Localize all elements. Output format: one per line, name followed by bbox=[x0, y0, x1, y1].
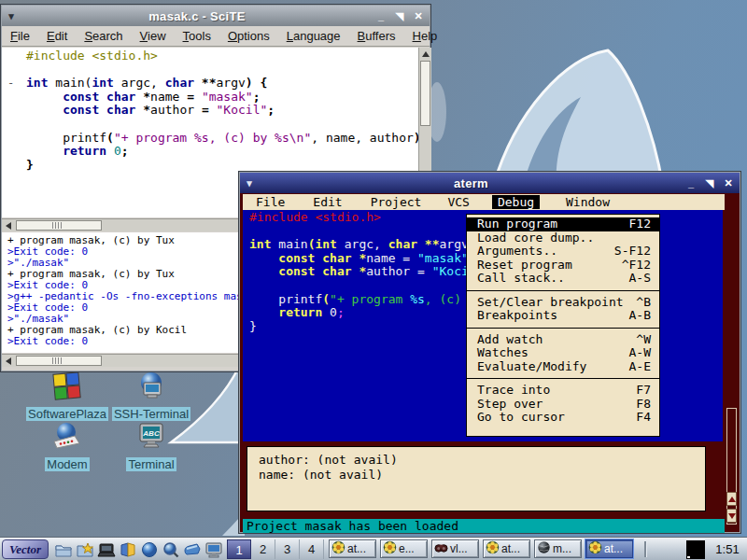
scite-menu-tools[interactable]: Tools bbox=[175, 29, 219, 43]
minimize-icon[interactable]: _ bbox=[684, 177, 698, 189]
rhide-menu-debug[interactable]: Debug bbox=[492, 195, 540, 209]
desktop-icon-terminal[interactable]: ABCTerminal bbox=[100, 422, 203, 471]
flower-icon bbox=[383, 540, 397, 557]
menu-item-shortcut: F8 bbox=[636, 398, 651, 412]
scite-menu-edit[interactable]: Edit bbox=[38, 29, 76, 43]
workspace-button-1[interactable]: 1 bbox=[227, 539, 251, 559]
minimize-icon[interactable]: _ bbox=[374, 10, 388, 22]
launcher-computer-icon[interactable] bbox=[96, 539, 117, 559]
workspace-button-4[interactable]: 4 bbox=[300, 539, 324, 559]
flower-icon bbox=[588, 540, 602, 557]
scrollbar-thumb[interactable] bbox=[726, 408, 737, 525]
menu-item-label: Set/Clear breakpoint bbox=[477, 296, 624, 310]
tray-window-icon[interactable] bbox=[686, 540, 705, 559]
window-menu-icon[interactable]: ▾ bbox=[2, 10, 21, 22]
aterm-scrollbar[interactable] bbox=[725, 210, 740, 533]
rhide-menu-project[interactable]: Project bbox=[371, 195, 422, 209]
debug-menu-item-breakpoints[interactable]: BreakpointsA-B bbox=[467, 309, 659, 323]
debug-menu-item-arguments[interactable]: Arguments..S-F12 bbox=[467, 245, 659, 259]
scite-menu-search[interactable]: Search bbox=[76, 29, 131, 43]
task-button[interactable]: at... bbox=[329, 539, 376, 558]
menu-item-shortcut: ^W bbox=[636, 333, 651, 347]
debug-menu-item-go-to-cursor[interactable]: Go to cursorF4 bbox=[467, 411, 659, 425]
launcher-scanner-icon[interactable] bbox=[182, 539, 203, 559]
scite-window-title: masak.c - SciTE bbox=[21, 9, 374, 23]
monitor-abc-icon: ABC bbox=[135, 422, 167, 455]
workspace-button-2[interactable]: 2 bbox=[251, 539, 275, 559]
menu-item-label: Reset program bbox=[477, 259, 572, 273]
scite-menu-view[interactable]: View bbox=[132, 29, 175, 43]
scite-menu-buffers[interactable]: Buffers bbox=[349, 29, 404, 43]
task-label: m... bbox=[553, 542, 571, 555]
launcher-files-icon[interactable] bbox=[53, 539, 74, 559]
launcher-images-icon[interactable] bbox=[75, 539, 95, 559]
fold-collapse-icon[interactable]: - bbox=[7, 77, 19, 88]
task-button[interactable]: vl... bbox=[431, 539, 479, 558]
menu-item-label: Trace into bbox=[477, 384, 550, 398]
menu-item-label: Go to cursor bbox=[477, 411, 565, 425]
sphere-modem-icon bbox=[51, 422, 83, 455]
launcher-browser-icon[interactable] bbox=[139, 539, 160, 559]
rhide-menu-window[interactable]: Window bbox=[566, 195, 610, 209]
aterm-titlebar[interactable]: ▾ aterm _ ◥ ✕ bbox=[240, 173, 740, 193]
debug-menu-item-add-watch[interactable]: Add watch^W bbox=[467, 333, 659, 347]
debug-menu-item-load-core-dump[interactable]: Load core dump.. bbox=[467, 231, 659, 245]
aterm-window-title: aterm bbox=[259, 176, 684, 190]
menu-item-label: Step over bbox=[477, 398, 543, 412]
scite-menu-options[interactable]: Options bbox=[219, 29, 278, 43]
desktop-icon-label: Modem bbox=[45, 457, 89, 471]
launcher-search-icon[interactable] bbox=[161, 539, 181, 559]
vector-start-button[interactable]: Vector bbox=[2, 539, 49, 559]
task-button[interactable]: at... bbox=[483, 539, 530, 558]
launcher-package-icon[interactable] bbox=[118, 539, 138, 559]
menu-item-shortcut: F12 bbox=[629, 217, 651, 231]
rhide-menu-vcs[interactable]: VCS bbox=[447, 195, 469, 209]
task-button[interactable]: at... bbox=[585, 539, 633, 558]
task-button[interactable]: m... bbox=[534, 539, 582, 558]
rhide-menubar: FileEditProjectVCSDebugWindow bbox=[243, 194, 725, 210]
quick-launch-area bbox=[53, 539, 224, 559]
scite-menu-language[interactable]: Language bbox=[278, 29, 349, 43]
scite-menu-file[interactable]: File bbox=[2, 29, 38, 43]
menu-item-shortcut: A-B bbox=[629, 309, 651, 323]
desktop-icon-label: SoftwarePlaza bbox=[26, 407, 108, 421]
window-menu-icon[interactable]: ▾ bbox=[240, 177, 259, 189]
menu-item-shortcut: S-F12 bbox=[614, 245, 651, 259]
close-icon[interactable]: ✕ bbox=[721, 177, 736, 189]
menu-item-label: Load core dump.. bbox=[477, 231, 594, 245]
scroll-down-icon[interactable] bbox=[726, 509, 737, 523]
desktop-icon-label: Terminal bbox=[126, 457, 176, 471]
debug-menu-item-evaluate-modify[interactable]: Evaluate/ModifyA-E bbox=[467, 360, 659, 374]
debug-menu-item-reset-program[interactable]: Reset program^F12 bbox=[467, 259, 659, 273]
desktop-icon-ssh-terminal[interactable]: SSH-Terminal bbox=[100, 371, 203, 421]
scite-menu-help[interactable]: Help bbox=[404, 29, 446, 43]
menu-separator bbox=[467, 290, 659, 291]
workspace-button-3[interactable]: 3 bbox=[275, 539, 300, 559]
rhide-menu-file[interactable]: File bbox=[256, 195, 285, 209]
code-line: return 0; bbox=[26, 145, 418, 159]
debug-menu-item-run-program[interactable]: Run programF12 bbox=[467, 217, 659, 231]
debug-menu-item-watches[interactable]: WatchesA-W bbox=[467, 346, 659, 360]
debug-menu-item-call-stack[interactable]: Call stack..A-S bbox=[467, 272, 659, 286]
task-button[interactable]: e... bbox=[380, 539, 428, 558]
rhide-watches-window[interactable]: author: (not avail)name: (not avail) bbox=[247, 446, 706, 511]
taskbar: Vector 1234 at...e...vl...at...m...at...… bbox=[0, 537, 747, 560]
close-icon[interactable]: ✕ bbox=[411, 10, 426, 22]
code-line: printf("+ program %s, (c) by %s\n", name… bbox=[26, 132, 418, 146]
launcher-display-icon[interactable] bbox=[204, 539, 224, 559]
menu-item-label: Watches bbox=[477, 346, 529, 360]
debug-menu-item-set-clear-breakpoint[interactable]: Set/Clear breakpoint^B bbox=[467, 296, 659, 310]
scite-titlebar[interactable]: ▾ masak.c - SciTE _ ◥ ✕ bbox=[2, 6, 430, 26]
scroll-up-icon[interactable] bbox=[726, 492, 737, 506]
code-line: int main(int argc, char **argv) { bbox=[26, 77, 418, 91]
maximize-icon[interactable]: ◥ bbox=[702, 177, 717, 189]
task-label: at... bbox=[604, 542, 623, 555]
debug-menu-item-step-over[interactable]: Step overF8 bbox=[467, 398, 659, 412]
code-line bbox=[26, 63, 418, 77]
rhide-menu-edit[interactable]: Edit bbox=[313, 195, 342, 209]
debug-menu-item-trace-into[interactable]: Trace intoF7 bbox=[467, 384, 659, 398]
maximize-icon[interactable]: ◥ bbox=[392, 10, 407, 22]
menu-item-label: Breakpoints bbox=[477, 309, 557, 323]
code-line: const char *author = "Kocil"; bbox=[26, 104, 418, 118]
yarn-icon bbox=[537, 540, 551, 557]
